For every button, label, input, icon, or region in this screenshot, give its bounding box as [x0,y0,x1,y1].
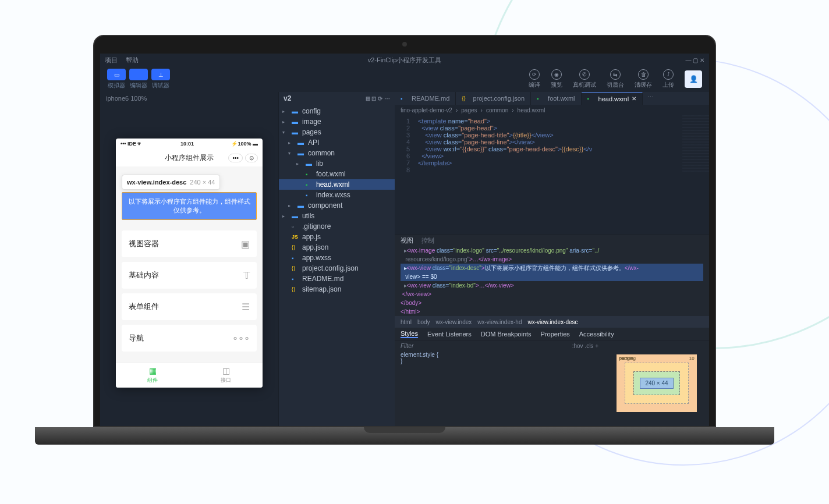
titlebar: 项目帮助 v2-FinClip小程序开发工具 — ▢ ✕ [100,54,709,66]
mode-模拟器[interactable]: ▭模拟器 [107,69,126,90]
avatar[interactable]: 👤 [685,70,702,88]
mode-调试器[interactable]: ⊥调试器 [151,69,170,90]
action-上传[interactable]: ⤴上传 [663,69,674,89]
window-controls[interactable]: — ▢ ✕ [685,57,704,63]
menu-icon[interactable]: ••• [228,154,243,162]
laptop-frame: 项目帮助 v2-FinClip小程序开发工具 — ▢ ✕ ▭模拟器 编辑器 ⊥调… [93,35,716,445]
close-icon[interactable]: ✕ [632,95,636,102]
tab-overflow[interactable]: ⋯ [643,92,658,105]
dom-inspector[interactable]: ▸<wx-image class="index-logo" src="../re… [395,246,709,316]
phone-tab-组件[interactable]: ▦组件 [116,363,189,388]
tree-item-.gitignore[interactable]: ▫.gitignore [279,221,395,232]
camera-dot [402,42,407,47]
tree-item-app.js[interactable]: JSapp.js [279,232,395,242]
tree-actions[interactable]: ⊞ ⊡ ⟳ ⋯ [366,95,390,102]
tree-item-head.wxml[interactable]: ▪head.wxml [279,179,395,190]
breadcrumb[interactable]: fino-applet-demo-v2 › pages › common › h… [395,105,709,115]
dt-tab-视图[interactable]: 视图 [401,236,413,245]
list-item[interactable]: 导航∘∘∘ [122,325,257,352]
simulator-device-label[interactable]: iphone6 100% [100,92,278,105]
dt-subtab-Properties[interactable]: Properties [541,331,570,338]
inspector-tooltip: wx-view.index-desc 240 × 44 [122,175,220,190]
crumb-html[interactable]: html [401,319,412,325]
editor-pane: ▪README.md {}project.config.json ▪foot.w… [395,92,709,426]
tab-README.md[interactable]: ▪README.md [395,92,456,105]
menu-帮助[interactable]: 帮助 [126,56,139,65]
action-真机调试[interactable]: ✆真机调试 [573,69,596,89]
action-切后台[interactable]: ⇆切后台 [607,69,624,89]
close-icon[interactable]: ⊙ [245,154,258,162]
tree-item-sitemap.json[interactable]: {}sitemap.json [279,284,395,294]
tree-item-foot.wxml[interactable]: ▪foot.wxml [279,169,395,179]
project-root[interactable]: v2 [284,94,291,102]
tree-item-app.wxss[interactable]: ▪app.wxss [279,253,395,263]
phone-status-bar: ••• IDE ᯤ 10:01 ⚡100% ▬ [116,139,263,149]
code-editor[interactable]: 1<template name="head">2 <view class="pa… [395,115,709,234]
list-item[interactable]: 基础内容𝕋 [122,262,257,289]
phone-nav: 小程序组件展示 ••• ⊙ [116,149,263,166]
dt-subtab-Event Listeners[interactable]: Event Listeners [427,331,472,338]
list-item[interactable]: 表单组件☰ [122,293,257,320]
phone-tab-接口[interactable]: ◫接口 [189,363,263,388]
ide-window: 项目帮助 v2-FinClip小程序开发工具 — ▢ ✕ ▭模拟器 编辑器 ⊥调… [100,54,709,426]
action-预览[interactable]: ◉预览 [551,69,562,89]
highlighted-element[interactable]: 以下将展示小程序官方组件能力，组件样式仅供参考。 [122,192,257,220]
tree-item-API[interactable]: ▸▬API [279,137,395,148]
tree-item-index.wxss[interactable]: ▪index.wxss [279,190,395,200]
box-model[interactable]: margin 10 border padding 240 × 44 [604,340,709,426]
dt-subtab-Styles[interactable]: Styles [401,330,418,338]
dt-tab-控制[interactable]: 控制 [421,236,434,245]
tree-item-pages[interactable]: ▾▬pages [279,127,395,137]
toolbar: ▭模拟器 编辑器 ⊥调试器 ⟳编译 ◉预览 ✆真机调试 ⇆切后台 🗑清缓存 ⤴上… [100,66,709,92]
action-清缓存[interactable]: 🗑清缓存 [635,69,652,89]
styles-panel[interactable]: Filter :hov .cls + element.style {}</spa… [395,340,604,426]
simulator-pane: iphone6 100% ••• IDE ᯤ 10:01 ⚡100% ▬ 小程序… [100,92,278,426]
tab-project.config.json[interactable]: {}project.config.json [456,92,531,105]
tree-item-README.md[interactable]: ▪README.md [279,274,395,284]
tab-head.wxml[interactable]: ▪head.wxml✕ [582,92,643,105]
crumb-wx-view.index[interactable]: wx-view.index [436,319,472,325]
window-title: v2-FinClip小程序开发工具 [368,56,442,65]
mode-编辑器[interactable]: 编辑器 [129,69,148,90]
crumb-wx-view.index-hd[interactable]: wx-view.index-hd [477,319,522,325]
action-编译[interactable]: ⟳编译 [529,69,540,89]
tree-item-config[interactable]: ▸▬config [279,106,395,116]
tree-item-common[interactable]: ▾▬common [279,148,395,158]
tree-item-project.config.json[interactable]: {}project.config.json [279,263,395,274]
phone-mockup: ••• IDE ᯤ 10:01 ⚡100% ▬ 小程序组件展示 ••• ⊙ [116,139,263,388]
minimap[interactable] [682,115,709,173]
tab-foot.wxml[interactable]: ▪foot.wxml [531,92,581,105]
tree-item-component[interactable]: ▸▬component [279,200,395,211]
devtools-panel: 视图控制 ▸<wx-image class="index-logo" src="… [395,234,709,426]
crumb-wx-view.index-desc[interactable]: wx-view.index-desc [527,319,578,325]
menu-项目[interactable]: 项目 [105,56,118,65]
styles-toggles[interactable]: :hov .cls + [572,343,598,349]
crumb-body[interactable]: body [417,319,430,325]
dt-subtab-Accessibility[interactable]: Accessibility [579,331,614,338]
file-tree-pane: v2 ⊞ ⊡ ⟳ ⋯ ▸▬config ▸▬image ▾▬pages ▸▬AP… [278,92,395,426]
tree-item-image[interactable]: ▸▬image [279,116,395,127]
list-item[interactable]: 视图容器▣ [122,230,257,257]
tree-item-lib[interactable]: ▸▬lib [279,158,395,169]
styles-filter[interactable]: Filter [401,343,413,349]
tree-item-utils[interactable]: ▸▬utils [279,211,395,221]
tree-item-app.json[interactable]: {}app.json [279,242,395,253]
dom-breadcrumb[interactable]: htmlbodywx-view.indexwx-view.index-hdwx-… [395,316,709,328]
dt-subtab-DOM Breakpoints[interactable]: DOM Breakpoints [481,331,532,338]
